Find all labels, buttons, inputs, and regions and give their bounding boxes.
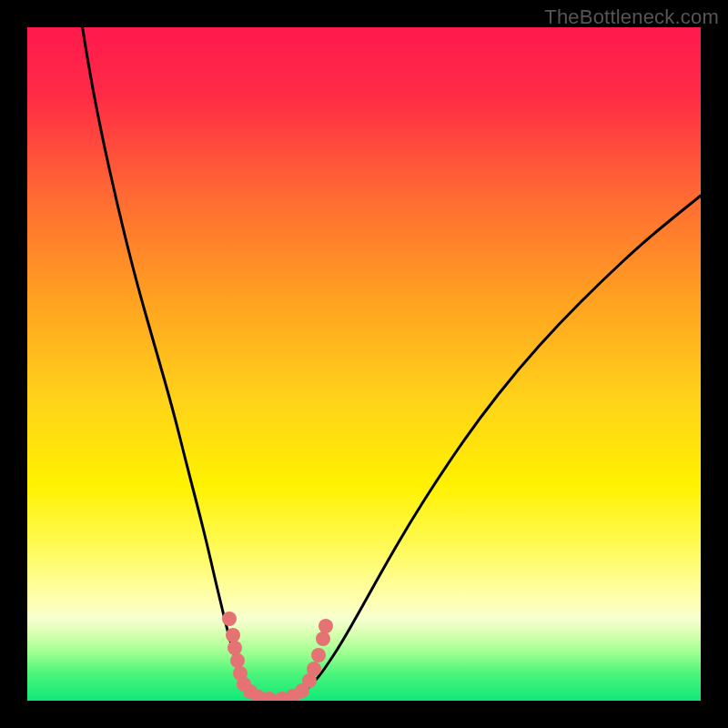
well-marker [230,653,245,668]
well-marker [316,632,330,646]
bottleneck-chart [0,0,728,728]
well-marker [226,628,240,642]
plot-background [27,27,701,701]
well-marker [228,641,242,655]
well-marker [307,662,321,676]
well-marker [318,619,333,633]
watermark-text: TheBottleneck.com [544,5,719,29]
well-marker [311,648,326,662]
well-marker [222,612,237,626]
